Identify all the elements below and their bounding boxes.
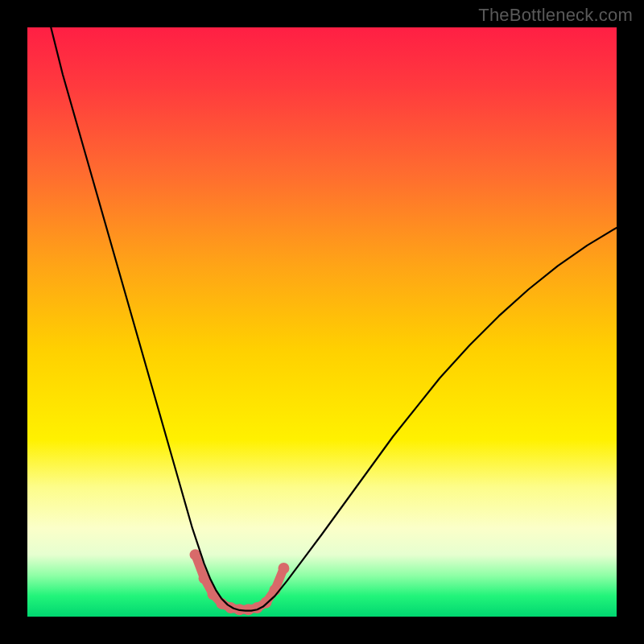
bottleneck-chart xyxy=(27,27,617,617)
chart-frame: TheBottleneck.com xyxy=(0,0,644,644)
watermark-label: TheBottleneck.com xyxy=(478,5,633,26)
gradient-background xyxy=(27,27,617,617)
plot-area xyxy=(27,27,617,617)
valley-marker-dot xyxy=(278,563,289,574)
